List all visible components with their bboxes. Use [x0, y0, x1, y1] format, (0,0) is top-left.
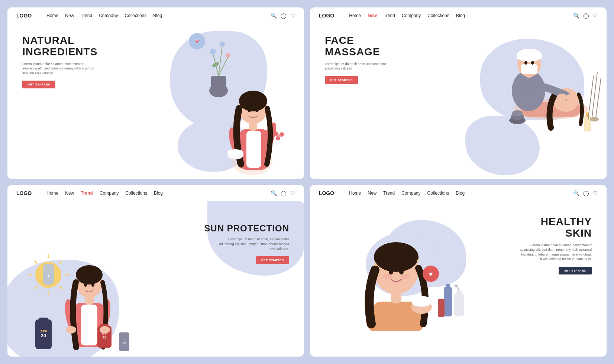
- card3-description: Lorem ipsum dolor sit amet, consecteatur…: [215, 237, 289, 251]
- search-icon-2[interactable]: 🔍: [573, 13, 579, 19]
- nav-company-1[interactable]: Company: [99, 13, 118, 18]
- nav-blog-4[interactable]: Blog: [456, 191, 465, 196]
- heart-icon-2[interactable]: ♡: [593, 13, 598, 19]
- svg-text:+: +: [47, 273, 50, 279]
- nav-icons-3: 🔍 ◯ ♡: [271, 190, 295, 196]
- svg-point-24: [211, 61, 220, 68]
- search-icon-3[interactable]: 🔍: [271, 190, 277, 196]
- nav-company-3[interactable]: Company: [100, 191, 119, 196]
- nav-new-3[interactable]: New: [65, 191, 74, 196]
- svg-point-47: [587, 112, 588, 115]
- illustration-sunprotection-3: + SPF 30: [11, 238, 152, 357]
- heart-icon-4[interactable]: ♡: [593, 190, 598, 196]
- svg-point-89: [374, 242, 419, 272]
- nav-home-4[interactable]: Home: [349, 191, 361, 196]
- nav-links-1: Home New Trend Company Collections Blog: [46, 13, 262, 18]
- heart-icon-3[interactable]: ♡: [290, 190, 295, 196]
- nav-home-1[interactable]: Home: [46, 13, 58, 18]
- card-face-massage: LOGO Home New Trend Company Collections …: [310, 7, 607, 179]
- card-body-3: SUN PROTECTION Lorem ipsum dolor sit ame…: [7, 201, 304, 357]
- svg-rect-102: [444, 287, 452, 316]
- nav-collections-4[interactable]: Collections: [427, 191, 449, 196]
- nav-new-4[interactable]: New: [368, 191, 377, 196]
- svg-point-92: [383, 274, 392, 279]
- nav-links-3: Home New Trend Company Collections Blog: [46, 191, 262, 196]
- svg-point-15: [278, 134, 281, 137]
- card3-title: SUN PROTECTION: [204, 224, 289, 233]
- svg-point-51: [590, 117, 599, 121]
- user-icon-4[interactable]: ◯: [583, 190, 589, 196]
- svg-text:+: +: [195, 38, 198, 43]
- card-natural-ingredients: LOGO Home New Trend Company Collections …: [7, 7, 304, 179]
- user-icon-1[interactable]: ◯: [281, 13, 287, 19]
- nav-home-3[interactable]: Home: [46, 191, 58, 196]
- card3-cta-button[interactable]: GET STARTED: [256, 256, 289, 264]
- nav-company-4[interactable]: Company: [401, 191, 420, 196]
- search-icon-1[interactable]: 🔍: [271, 13, 277, 19]
- card1-cta-button[interactable]: GET STARTED: [22, 81, 55, 88]
- nav-collections-1[interactable]: Collections: [125, 13, 147, 18]
- nav-icons-2: 🔍 ◯ ♡: [573, 13, 598, 19]
- svg-rect-63: [81, 305, 97, 345]
- svg-point-68: [76, 265, 103, 285]
- card2-cta-button[interactable]: GET STARTED: [325, 76, 358, 84]
- nav-collections-3[interactable]: Collections: [125, 191, 147, 196]
- svg-rect-86: [373, 302, 418, 328]
- illustration-healthyskin-4: ✦ ✦ ♥ +: [321, 205, 477, 331]
- nav-bar-2: LOGO Home New Trend Company Collections …: [310, 7, 607, 24]
- nav-blog-1[interactable]: Blog: [153, 13, 162, 18]
- svg-point-11: [227, 149, 243, 155]
- user-icon-2[interactable]: ◯: [583, 13, 589, 19]
- nav-blog-2[interactable]: Blog: [456, 13, 465, 18]
- nav-blog-3[interactable]: Blog: [154, 191, 163, 196]
- svg-point-33: [566, 94, 576, 101]
- svg-rect-104: [454, 293, 464, 316]
- svg-point-93: [401, 274, 410, 279]
- logo-1: LOGO: [16, 13, 32, 19]
- svg-text:30: 30: [41, 333, 46, 338]
- user-icon-3[interactable]: ◯: [281, 190, 287, 196]
- svg-line-106: [457, 286, 459, 290]
- svg-point-21: [210, 49, 216, 55]
- svg-point-39: [524, 61, 527, 65]
- svg-text:SPF: SPF: [122, 342, 126, 344]
- card-sun-protection: LOGO Home New Trend Company Collections …: [7, 185, 304, 357]
- svg-rect-17: [211, 76, 226, 92]
- heart-icon-1[interactable]: ♡: [290, 13, 295, 19]
- card4-title: HEALTHYSKIN: [517, 216, 592, 239]
- nav-new-2[interactable]: New: [368, 13, 377, 18]
- heart-plus-icon-1: ♥ +: [189, 33, 206, 50]
- svg-rect-37: [517, 53, 542, 59]
- card4-text-block: HEALTHYSKIN Lorem ipsum dolor sit amet, …: [517, 216, 592, 274]
- card4-cta-button[interactable]: GET STARTED: [559, 267, 592, 274]
- nav-trend-1[interactable]: Trend: [81, 13, 92, 18]
- svg-point-7: [239, 91, 267, 111]
- card1-title: NATURALINGREDIENTS: [22, 35, 97, 58]
- nav-collections-2[interactable]: Collections: [427, 13, 449, 18]
- nav-bar-1: LOGO Home New Trend Company Collections …: [7, 7, 304, 24]
- nav-links-2: Home New Trend Company Collections Blog: [349, 13, 564, 18]
- card-body-2: FACEMASSAGE Lorem ipsum dolor sit amet, …: [310, 24, 607, 179]
- svg-text:+: +: [430, 272, 432, 276]
- card4-description: Lorem ipsum dolor sit amet, consecteatur…: [517, 243, 592, 261]
- card1-text-block: NATURALINGREDIENTS Lorem ipsum dolor sit…: [22, 35, 97, 88]
- search-icon-4[interactable]: 🔍: [573, 190, 579, 196]
- svg-text:✦: ✦: [416, 258, 420, 264]
- nav-trend-2[interactable]: Trend: [384, 13, 395, 18]
- svg-line-60: [34, 286, 37, 289]
- svg-rect-108: [438, 299, 445, 317]
- card-body-1: NATURALINGREDIENTS Lorem ipsum dolor sit…: [7, 24, 304, 179]
- svg-point-43: [512, 110, 523, 116]
- nav-new-1[interactable]: New: [65, 13, 74, 18]
- nav-company-2[interactable]: Company: [402, 13, 421, 18]
- nav-trend-4[interactable]: Trend: [383, 191, 395, 196]
- svg-point-9: [255, 108, 258, 112]
- svg-text:✦: ✦: [373, 261, 378, 267]
- svg-point-69: [84, 283, 87, 287]
- illustration-plants-1: [200, 31, 237, 98]
- nav-home-2[interactable]: Home: [349, 13, 361, 18]
- svg-point-83: [100, 326, 110, 334]
- svg-point-90: [389, 269, 393, 274]
- nav-links-4: Home New Trend Company Collections Blog: [349, 191, 564, 196]
- nav-trend-3[interactable]: Trend: [81, 191, 93, 196]
